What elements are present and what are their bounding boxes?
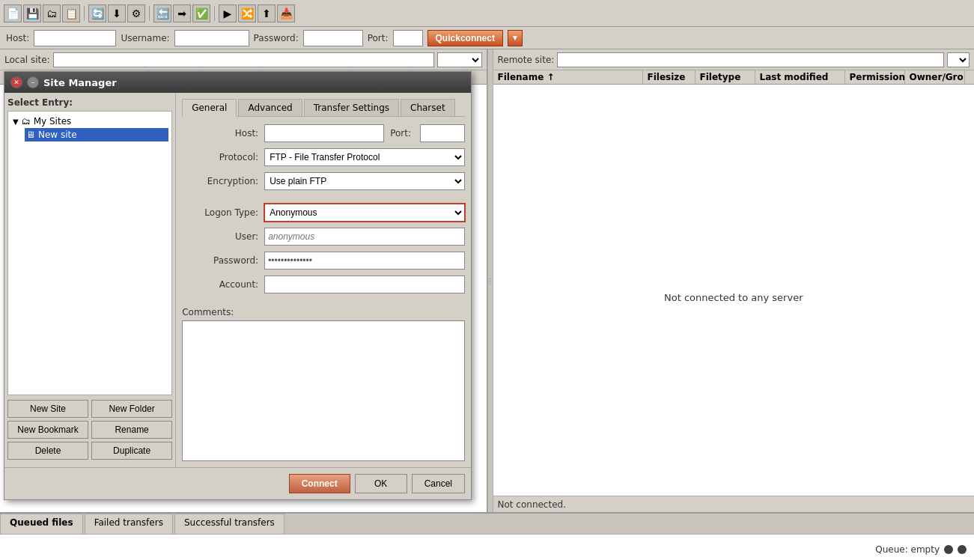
col-filetype-remote: Filetype xyxy=(696,70,755,84)
tree-item-newsite[interactable]: 🖥 New site xyxy=(25,128,168,141)
quickconnect-button[interactable]: Quickconnect xyxy=(427,30,503,46)
port-label: Port: xyxy=(368,33,389,43)
tab-transfer-settings[interactable]: Transfer Settings xyxy=(304,99,399,116)
local-site-header: Local site: xyxy=(0,49,487,70)
password-input[interactable] xyxy=(303,30,363,46)
protocol-row: Protocol: FTP - File Transfer Protocol xyxy=(182,148,465,166)
remote-drive-select[interactable] xyxy=(947,52,970,67)
tab-failed-transfers[interactable]: Failed transfers xyxy=(85,514,173,534)
local-drive-select[interactable] xyxy=(437,52,482,67)
new-bookmark-button[interactable]: New Bookmark xyxy=(7,421,88,439)
not-connected-message: Not connected to any server xyxy=(493,85,975,496)
panel-divider[interactable]: ⋮ xyxy=(487,49,493,512)
toolbar-icon-back[interactable]: 🔙 xyxy=(153,4,171,22)
logontype-select[interactable]: Anonymous xyxy=(264,204,465,222)
port-input[interactable] xyxy=(393,30,423,46)
comments-textarea[interactable] xyxy=(182,320,465,461)
logontype-select-wrapper: Anonymous xyxy=(264,204,465,222)
account-label: Account: xyxy=(182,279,264,290)
tab-charset[interactable]: Charset xyxy=(401,99,455,116)
password-row: Password: xyxy=(182,252,465,270)
encryption-label: Encryption: xyxy=(182,176,264,186)
dialog-close-button[interactable]: ✕ xyxy=(10,76,22,88)
encryption-row: Encryption: Use plain FTP xyxy=(182,172,465,190)
toolbar-icon-play[interactable]: ▶ xyxy=(219,4,237,22)
new-site-button[interactable]: New Site xyxy=(7,400,88,418)
toolbar-icon-refresh[interactable]: 🔄 xyxy=(88,4,106,22)
toolbar-separator-2 xyxy=(149,6,150,21)
delete-button[interactable]: Delete xyxy=(7,442,88,460)
local-path-input[interactable] xyxy=(53,52,434,67)
quickconnect-dropdown[interactable]: ▼ xyxy=(508,30,523,46)
user-input[interactable] xyxy=(264,228,465,246)
toolbar-icon-settings[interactable]: ⚙ xyxy=(127,4,145,22)
password-label: Password: xyxy=(254,33,299,43)
site-tree-area[interactable]: ▼ 🗂 My Sites 🖥 New site xyxy=(7,111,172,395)
cancel-button[interactable]: Cancel xyxy=(412,474,465,493)
port-field-label: Port: xyxy=(390,128,417,139)
protocol-label: Protocol: xyxy=(182,152,264,162)
toolbar-icon-shuffle[interactable]: 🔀 xyxy=(238,4,256,22)
user-row: User: xyxy=(182,228,465,246)
toolbar-icon-download[interactable]: ⬇ xyxy=(108,4,126,22)
password-field-label: Password: xyxy=(182,255,264,266)
tab-advanced[interactable]: Advanced xyxy=(238,99,302,116)
username-input[interactable] xyxy=(174,30,249,46)
tree-children-mysites: 🖥 New site xyxy=(11,128,168,141)
col-modified-remote: Last modified xyxy=(755,70,845,84)
logontype-row: Logon Type: Anonymous xyxy=(182,204,465,222)
select-entry-label: Select Entry: xyxy=(7,96,172,111)
duplicate-button[interactable]: Duplicate xyxy=(91,442,172,460)
toolbar-icon-copy[interactable]: 📋 xyxy=(62,4,80,22)
queue-label: Queue: empty xyxy=(875,544,940,555)
dialog-footer: Connect OK Cancel xyxy=(4,467,471,499)
account-input[interactable] xyxy=(264,276,465,293)
bottom-area: Queued files Failed transfers Successful… xyxy=(0,512,974,560)
ok-button[interactable]: OK xyxy=(355,474,407,493)
form-spacer-2 xyxy=(182,299,465,307)
remote-path-input[interactable] xyxy=(557,52,944,67)
tree-arrow-mysites: ▼ xyxy=(13,118,19,126)
host-row: Host: Port: xyxy=(182,124,465,142)
toolbar-icon-save[interactable]: 💾 xyxy=(23,4,41,22)
tab-general[interactable]: General xyxy=(182,99,237,117)
comments-label: Comments: xyxy=(182,307,465,317)
username-label: Username: xyxy=(121,33,169,43)
account-row: Account: xyxy=(182,276,465,293)
toolbar-separator-1 xyxy=(84,6,85,21)
settings-tabs: General Advanced Transfer Settings Chars… xyxy=(182,99,465,117)
toolbar-icon-forward[interactable]: ➡ xyxy=(173,4,191,22)
toolbar-icon-upload[interactable]: ⬆ xyxy=(258,4,276,22)
col-owner-remote: Owner/Gro xyxy=(905,70,965,84)
toolbar-icon-sitemanager[interactable]: 🗂 xyxy=(43,4,61,22)
remote-site-header: Remote site: xyxy=(493,49,975,70)
dialog-body: Select Entry: ▼ 🗂 My Sites 🖥 New site Ne… xyxy=(4,93,471,467)
site-host-input[interactable] xyxy=(264,124,384,142)
connect-button[interactable]: Connect xyxy=(289,474,350,493)
toolbar-icon-queue[interactable]: 📥 xyxy=(277,4,295,22)
rename-button[interactable]: Rename xyxy=(91,421,172,439)
toolbar-icon-check[interactable]: ✅ xyxy=(192,4,210,22)
queue-dot-2 xyxy=(958,545,967,554)
tree-label-newsite: New site xyxy=(38,130,77,140)
bottom-content xyxy=(0,535,974,560)
tree-item-mysites[interactable]: ▼ 🗂 My Sites xyxy=(11,115,168,128)
col-filename-remote: Filename ↑ xyxy=(493,70,643,84)
site-password-input[interactable] xyxy=(264,252,465,270)
toolbar-icon-new[interactable]: 📄 xyxy=(4,4,22,22)
host-input[interactable] xyxy=(34,30,116,46)
addressbar: Host: Username: Password: Port: Quickcon… xyxy=(0,27,974,49)
queue-dot-1 xyxy=(944,545,953,554)
protocol-select-wrapper: FTP - File Transfer Protocol xyxy=(264,148,465,166)
col-permission-remote: Permission xyxy=(845,70,905,84)
protocol-select[interactable]: FTP - File Transfer Protocol xyxy=(264,148,465,166)
remote-file-list[interactable]: Filename ↑ Filesize Filetype Last modifi… xyxy=(493,70,975,496)
right-statusbar: Not connected. xyxy=(493,496,975,512)
tab-successful-transfers[interactable]: Successful transfers xyxy=(174,514,284,534)
dialog-title: Site Manager xyxy=(43,77,465,88)
dialog-minimize-button[interactable]: – xyxy=(27,76,39,88)
tab-queued-files[interactable]: Queued files xyxy=(0,514,83,534)
encryption-select[interactable]: Use plain FTP xyxy=(264,172,465,190)
site-port-input[interactable] xyxy=(420,124,465,142)
new-folder-button[interactable]: New Folder xyxy=(91,400,172,418)
